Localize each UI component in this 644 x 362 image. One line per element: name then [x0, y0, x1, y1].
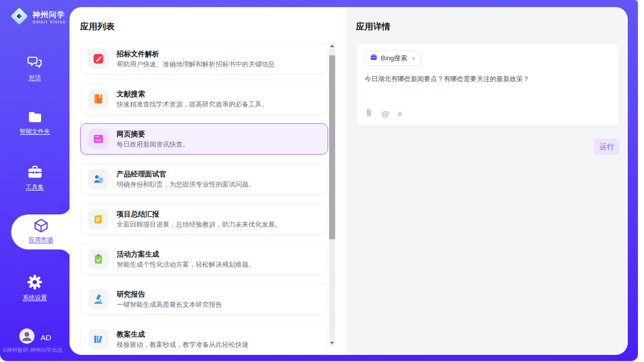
cube-icon — [33, 226, 49, 235]
scroll-up-button[interactable] — [329, 42, 335, 49]
clipboard-icon — [88, 249, 109, 269]
app-detail-title: 应用详情 — [356, 21, 620, 32]
sidebar-item-chat[interactable]: 对话 — [0, 56, 69, 82]
sidebar: 神州问学 Smart Vision 对话 — [0, 0, 69, 361]
sidebar-item-toolset[interactable]: 工具集 — [0, 166, 69, 192]
app-card-desc: 智能生成个性化活动方案，轻松解决规划难题。 — [117, 260, 255, 269]
app-card-desc: 快速精准查找学术资源，提高研究效率的必备工具。 — [117, 100, 268, 108]
app-card-title: 活动方案生成 — [117, 249, 255, 259]
folder-icon — [28, 111, 42, 125]
query-input[interactable]: 今日湖北有哪些新闻要点？有哪些需要关注的最新政策？ — [365, 75, 611, 84]
app-detail-panel: 应用详情 Bing搜索 × 今日湖北有哪些新闻要点？ — [346, 7, 628, 355]
gear-icon — [27, 275, 42, 292]
app-card-project-summary[interactable]: 项目总结汇报 全面回顾项目进展，总结经验教训，助力未来优化发展。 — [80, 203, 328, 235]
app-list-panel: 应用列表 招标文件解析 帮助用户快速、准确地理解和解析招标书 — [69, 7, 346, 355]
research-icon — [88, 289, 109, 309]
app-card-lesson-plan[interactable]: 教案生成 模板驱动，教案秒成，教学准备从此轻松快捷 — [80, 323, 328, 355]
query-card[interactable]: Bing搜索 × 今日湖北有哪些新闻要点？有哪些需要关注的最新政策？ @ # — [356, 43, 620, 126]
run-row: 运行 — [356, 138, 620, 155]
run-button[interactable]: 运行 — [594, 138, 620, 155]
sidebar-item-label: 应用市场 — [11, 236, 70, 244]
toolbox-icon — [27, 166, 43, 181]
page: 神州问学 Smart Vision 对话 — [0, 0, 644, 362]
app-logo: 神州问学 Smart Vision — [10, 7, 66, 27]
list-scrollbar[interactable] — [329, 42, 335, 346]
webpage-icon: </> — [88, 129, 109, 149]
scrollbar-thumb[interactable] — [329, 55, 335, 239]
app-card-tender-parse[interactable]: 招标文件解析 帮助用户快速、准确地理解和解析招标书中的关键信息 — [80, 43, 328, 75]
tool-tag-label: Bing搜索 — [381, 54, 407, 63]
at-icon[interactable]: @ — [381, 110, 389, 118]
app-card-desc: 模板驱动，教案秒成，教学准备从此轻松快捷 — [117, 340, 248, 349]
app-card-pm-interviewer[interactable]: 产品经理面试官 明确身份和职责，为您提供专业性的面试问题。 — [80, 163, 328, 195]
app-card-title: 项目总结汇报 — [117, 209, 281, 219]
app-card-desc: 明确身份和职责，为您提供专业性的面试问题。 — [117, 180, 255, 189]
tool-tag-bing-search[interactable]: Bing搜索 × — [365, 51, 421, 66]
interviewer-icon — [88, 169, 109, 189]
book-icon — [88, 89, 109, 109]
sidebar-item-label: 系统设置 — [0, 294, 69, 302]
diamond-logo-icon — [10, 7, 28, 27]
copyright-text: ©神州数码·神州问学出品 — [3, 347, 69, 354]
logo-subtitle: Smart Vision — [32, 20, 66, 24]
app-window: 神州问学 Smart Vision 对话 — [0, 0, 638, 361]
app-card-desc: 一键智能生成高质量长文本研究报告 — [117, 300, 222, 309]
app-card-desc: 帮助用户快速、准确地理解和解析招标书中的关键信息 — [117, 60, 275, 68]
app-card-webpage-summary[interactable]: </> 网页摘要 每日政府新闻资讯快查。 — [80, 123, 328, 155]
content-wrapper: 应用列表 招标文件解析 帮助用户快速、准确地理解和解析招标书 — [69, 7, 628, 355]
app-list-title: 应用列表 — [80, 21, 328, 32]
hash-icon[interactable]: # — [398, 110, 402, 118]
app-card-title: 研究报告 — [117, 289, 222, 299]
input-toolbar: @ # — [365, 108, 402, 119]
app-card-title: 招标文件解析 — [117, 49, 275, 58]
app-card-research-report[interactable]: 研究报告 一键智能生成高质量长文本研究报告 — [80, 283, 328, 315]
app-card-desc: 全面回顾项目进展，总结经验教训，助力未来优化发展。 — [117, 220, 281, 229]
app-card-title: 文献搜索 — [117, 89, 268, 98]
notes-icon — [88, 209, 109, 229]
sidebar-item-smart-folder[interactable]: 智能文件夹 — [0, 111, 69, 136]
tender-doc-icon — [88, 49, 109, 69]
app-card-desc: 每日政府新闻资讯快查。 — [117, 140, 189, 149]
app-card-title: 教案生成 — [117, 330, 248, 339]
logo-title: 神州问学 — [32, 10, 65, 19]
app-cards: 招标文件解析 帮助用户快速、准确地理解和解析招标书中的关键信息 — [80, 43, 328, 355]
sidebar-item-label: 对话 — [0, 74, 69, 82]
app-card-activity-plan[interactable]: 活动方案生成 智能生成个性化活动方案，轻松解决规划难题。 — [80, 243, 328, 275]
books-icon — [88, 329, 109, 349]
app-card-title: 网页摘要 — [117, 129, 189, 138]
sidebar-item-settings[interactable]: 系统设置 — [0, 275, 69, 302]
scroll-down-button[interactable] — [329, 339, 335, 346]
briefcase-icon — [370, 54, 377, 63]
user-initials: AD — [41, 333, 51, 342]
user-account[interactable]: AD — [19, 329, 51, 346]
close-icon[interactable]: × — [412, 55, 416, 62]
sidebar-item-label: 工具集 — [0, 183, 69, 192]
paperclip-icon[interactable] — [365, 108, 373, 119]
avatar-icon — [19, 329, 34, 346]
app-card-literature-search[interactable]: 文献搜索 快速精准查找学术资源，提高研究效率的必备工具。 — [80, 83, 328, 115]
sidebar-item-app-market[interactable]: 应用市场 — [11, 214, 70, 249]
app-card-title: 产品经理面试官 — [117, 169, 255, 178]
svg-text:</>: </> — [95, 138, 102, 142]
sidebar-item-label: 智能文件夹 — [0, 127, 69, 136]
chat-icon — [27, 56, 43, 71]
